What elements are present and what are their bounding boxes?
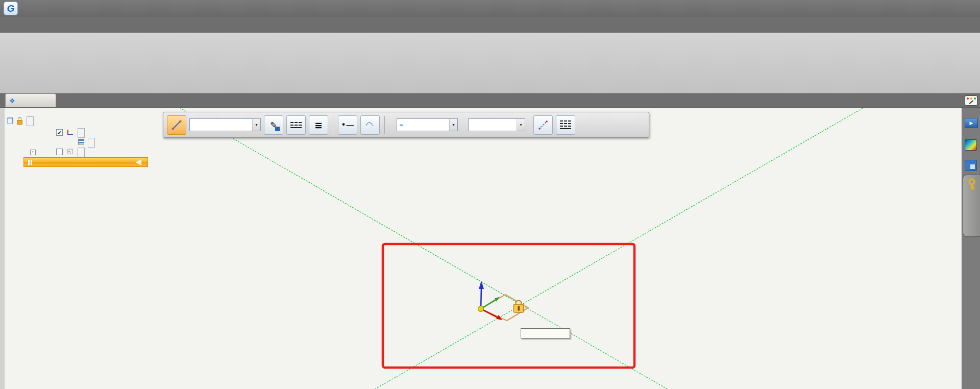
part-lock-icon bbox=[17, 120, 22, 125]
ref-planes-expander[interactable]: + bbox=[30, 150, 36, 155]
plane-lock-icon[interactable] bbox=[514, 301, 524, 313]
line-mode-button[interactable]: •— bbox=[338, 115, 357, 135]
reference-plane-edge-2 bbox=[180, 108, 667, 389]
axis-x bbox=[481, 309, 498, 318]
line-command-bar: ▾ ✎ ≡ •— ◠· ▾ ▾ bbox=[163, 112, 649, 138]
layers-panel-icon[interactable] bbox=[965, 160, 977, 171]
base-csys-icon bbox=[67, 130, 73, 135]
app-window: { "window": { "title": "浩辰3D 2020 - 快速建模… bbox=[0, 0, 980, 389]
grid-settings-button[interactable] bbox=[556, 115, 575, 135]
app-logo-icon: G bbox=[4, 2, 18, 15]
sketch-region-highlight bbox=[383, 244, 634, 368]
plane-lock-tooltip bbox=[521, 328, 570, 338]
line-style-button[interactable] bbox=[286, 115, 306, 135]
ref-plane-icon: ◱ bbox=[67, 147, 73, 155]
dashed-lines-icon bbox=[290, 122, 302, 128]
key-icon bbox=[967, 178, 977, 190]
material-icon bbox=[78, 139, 84, 145]
part-file-icon: ❖ bbox=[9, 97, 15, 105]
sketch-style-button[interactable]: ✎ bbox=[264, 115, 283, 135]
line-tool-button[interactable] bbox=[167, 115, 186, 135]
document-tab[interactable]: ❖ bbox=[5, 93, 56, 107]
chevron-down-icon[interactable]: ▾ bbox=[252, 119, 260, 131]
menu-bar bbox=[0, 17, 980, 33]
base-checkbox[interactable]: ✔ bbox=[56, 129, 63, 136]
angle-input[interactable]: ▾ bbox=[468, 118, 525, 131]
segment-line-button[interactable] bbox=[533, 115, 553, 135]
pause-bars-icon bbox=[28, 160, 32, 165]
part-document-icon: ❒ bbox=[7, 116, 13, 126]
thick-lines-icon: ≡ bbox=[314, 119, 323, 131]
ribbon bbox=[0, 33, 980, 93]
sketch-viewport[interactable]: ❒ ✔ + ◱ ▾ ✎ ≡ •— ◠· ▾ bbox=[0, 108, 980, 389]
document-tab-strip: ❖ bbox=[0, 93, 980, 108]
axis-z bbox=[481, 288, 481, 309]
viewport-left-frame bbox=[0, 108, 5, 389]
tree-item-ref-planes[interactable] bbox=[78, 148, 85, 157]
tree-item-base[interactable] bbox=[78, 128, 85, 138]
quick-modeling-bar[interactable] bbox=[23, 157, 148, 167]
arc-mode-button[interactable]: ◠· bbox=[360, 115, 380, 135]
length-value bbox=[400, 125, 403, 126]
axis-y-arrow bbox=[495, 297, 500, 302]
grid-lines-icon bbox=[560, 120, 571, 129]
collapse-arrow-icon[interactable] bbox=[135, 159, 141, 165]
axis-z-arrow bbox=[479, 281, 484, 289]
performance-gauge-icon[interactable] bbox=[965, 95, 977, 106]
chevron-down-icon[interactable]: ▾ bbox=[517, 119, 525, 131]
simulation-results-icon[interactable] bbox=[965, 139, 977, 151]
axis-x-arrow bbox=[496, 315, 502, 320]
tree-item-material[interactable] bbox=[88, 138, 95, 148]
reference-plane-edge-1 bbox=[375, 108, 863, 389]
axis-y bbox=[481, 300, 496, 309]
ref-planes-checkbox[interactable] bbox=[56, 149, 63, 155]
sketch-plane-indicator bbox=[481, 295, 528, 321]
generative-design-tab[interactable] bbox=[963, 175, 980, 237]
tree-item-part[interactable] bbox=[27, 116, 34, 126]
chevron-down-icon[interactable]: ▾ bbox=[449, 119, 457, 131]
right-sidebar: ▶ bbox=[962, 108, 980, 389]
line-width-button[interactable]: ≡ bbox=[309, 115, 328, 135]
length-input[interactable]: ▾ bbox=[397, 118, 458, 131]
title-bar: G bbox=[0, 0, 980, 17]
animation-panel-icon[interactable]: ▶ bbox=[965, 118, 978, 128]
sketch-canvas bbox=[0, 108, 980, 389]
origin-point bbox=[478, 306, 484, 312]
origin-triad bbox=[478, 281, 529, 321]
snap-mode-combo[interactable]: ▾ bbox=[189, 118, 261, 131]
